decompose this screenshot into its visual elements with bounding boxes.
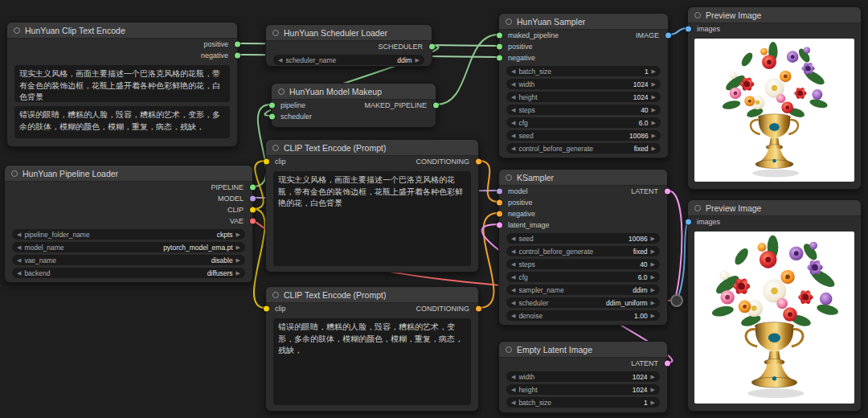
- widget-batch-size[interactable]: ◀ batch_size 1 ▶: [506, 397, 660, 408]
- decrement-arrow-icon[interactable]: ◀: [511, 94, 515, 100]
- collapsed-node[interactable]: [670, 294, 683, 307]
- node-hunyuan-clip-text-encode[interactable]: HunYuan Clip Text Encode positive negati…: [6, 22, 238, 147]
- widget-seed[interactable]: ◀ seed 10086 ▶: [506, 130, 661, 141]
- increment-arrow-icon[interactable]: ▶: [652, 120, 656, 125]
- widget-control-before-generate[interactable]: ◀ control_before_generate fixed ▶: [506, 246, 660, 256]
- decrement-arrow-icon[interactable]: ◀: [511, 68, 515, 74]
- negative-input-port[interactable]: [497, 211, 502, 217]
- pipeline-input-port[interactable]: [269, 103, 275, 109]
- widget-sampler-name[interactable]: ◀ sampler_name ddim ▶: [506, 285, 660, 295]
- increment-arrow-icon[interactable]: ▶: [652, 107, 656, 113]
- widget-cfg[interactable]: ◀ cfg 6.0 ▶: [506, 272, 660, 282]
- decrement-arrow-icon[interactable]: ◀: [511, 400, 515, 405]
- decrement-arrow-icon[interactable]: ◀: [511, 133, 515, 138]
- node-clip-text-encode-positive[interactable]: CLIP Text Encode (Prompt) clip CONDITION…: [265, 139, 479, 273]
- increment-arrow-icon[interactable]: ▶: [416, 57, 420, 63]
- increment-arrow-icon[interactable]: ▶: [652, 68, 656, 74]
- node-hunyuan-model-makeup[interactable]: HunYuan Model Makeup pipeline MAKED_PIPE…: [271, 83, 436, 128]
- widget-control-before-generate[interactable]: ◀ control_before_generate fixed ▶: [506, 143, 661, 154]
- widget-batch-size[interactable]: ◀ batch_size 1 ▶: [506, 66, 661, 76]
- model-input-port[interactable]: [497, 189, 502, 195]
- collapse-icon[interactable]: [272, 145, 279, 151]
- decrement-arrow-icon[interactable]: ◀: [511, 313, 515, 318]
- decrement-arrow-icon[interactable]: ◀: [511, 107, 515, 113]
- collapse-icon[interactable]: [278, 88, 285, 95]
- node-titlebar[interactable]: CLIP Text Encode (Prompt): [266, 287, 478, 303]
- widget-scheduler-name[interactable]: ◀ scheduler_name ddim ▶: [273, 55, 424, 65]
- node-titlebar[interactable]: HunYuan Pipeline Loader: [5, 166, 252, 182]
- node-titlebar[interactable]: HunYuan Sampler: [499, 14, 668, 30]
- widget-model-name[interactable]: ◀ model_name pytorch_model_ema.pt ▶: [12, 242, 245, 252]
- increment-arrow-icon[interactable]: ▶: [652, 81, 656, 87]
- widget-denoise[interactable]: ◀ denoise 1.00 ▶: [506, 310, 660, 321]
- node-clip-text-encode-negative[interactable]: CLIP Text Encode (Prompt) clip CONDITION…: [265, 286, 479, 412]
- node-titlebar[interactable]: KSampler: [499, 170, 667, 186]
- increment-arrow-icon[interactable]: ▶: [651, 287, 655, 293]
- increment-arrow-icon[interactable]: ▶: [651, 274, 655, 280]
- collapse-icon[interactable]: [11, 170, 18, 177]
- image-output-port[interactable]: [665, 33, 671, 39]
- increment-arrow-icon[interactable]: ▶: [651, 248, 655, 254]
- scheduler-input-port[interactable]: [269, 114, 275, 120]
- conditioning-output-port[interactable]: [476, 159, 481, 165]
- node-hunyuan-scheduler-loader[interactable]: HunYuan Scheduler Loader SCHEDULER ◀ sch…: [265, 24, 432, 67]
- decrement-arrow-icon[interactable]: ◀: [511, 287, 515, 293]
- decrement-arrow-icon[interactable]: ◀: [17, 244, 21, 250]
- widget-scheduler[interactable]: ◀ scheduler ddim_uniform ▶: [506, 297, 660, 308]
- node-preview-image-bottom[interactable]: Preview Image images: [687, 199, 862, 412]
- conditioning-output-port[interactable]: [476, 306, 481, 312]
- negative-output-port[interactable]: [235, 53, 240, 59]
- node-titlebar[interactable]: CLIP Text Encode (Prompt): [266, 140, 478, 156]
- decrement-arrow-icon[interactable]: ◀: [511, 81, 515, 87]
- node-titlebar[interactable]: HunYuan Scheduler Loader: [266, 25, 432, 41]
- prompt-textarea[interactable]: 现实主义风格，画面主要描述一个巴洛克风格的花瓶，带有金色的装饰边框，花瓶上盛开着…: [273, 171, 471, 266]
- decrement-arrow-icon[interactable]: ◀: [511, 387, 515, 392]
- widget-steps[interactable]: ◀ steps 40 ▶: [506, 259, 660, 269]
- clip-output-port[interactable]: [250, 207, 256, 213]
- positive-output-port[interactable]: [235, 42, 240, 47]
- negative-input-port[interactable]: [497, 55, 502, 61]
- decrement-arrow-icon[interactable]: ◀: [511, 374, 515, 379]
- increment-arrow-icon[interactable]: ▶: [651, 387, 655, 392]
- model-output-port[interactable]: [250, 196, 256, 202]
- decrement-arrow-icon[interactable]: ◀: [17, 232, 21, 237]
- collapse-icon[interactable]: [506, 174, 512, 181]
- increment-arrow-icon[interactable]: ▶: [651, 300, 655, 305]
- clip-input-port[interactable]: [264, 306, 269, 312]
- collapse-icon[interactable]: [506, 18, 512, 25]
- prompt-textarea[interactable]: 错误的眼睛，糟糕的人脸，毁容，糟糕的艺术，变形，多余的肢体，模糊的颜色，模糊，重…: [273, 318, 471, 405]
- latent-image-input-port[interactable]: [497, 223, 502, 228]
- positive-input-port[interactable]: [497, 44, 502, 50]
- node-titlebar[interactable]: HunYuan Clip Text Encode: [7, 23, 237, 39]
- clip-input-port[interactable]: [264, 159, 269, 165]
- decrement-arrow-icon[interactable]: ◀: [511, 248, 515, 254]
- increment-arrow-icon[interactable]: ▶: [236, 232, 240, 237]
- increment-arrow-icon[interactable]: ▶: [652, 133, 656, 138]
- latent-output-port[interactable]: [665, 361, 670, 367]
- increment-arrow-icon[interactable]: ▶: [651, 261, 655, 267]
- widget-cfg[interactable]: ◀ cfg 6.0 ▶: [506, 117, 661, 128]
- widget-width[interactable]: ◀ width 1024 ▶: [506, 371, 660, 382]
- decrement-arrow-icon[interactable]: ◀: [17, 270, 21, 276]
- widget-steps[interactable]: ◀ steps 40 ▶: [506, 104, 661, 115]
- decrement-arrow-icon[interactable]: ◀: [511, 236, 515, 241]
- node-titlebar[interactable]: Empty Latent Image: [499, 342, 667, 358]
- node-preview-image-top[interactable]: Preview Image images: [687, 6, 862, 190]
- positive-input-port[interactable]: [497, 200, 502, 206]
- widget-width[interactable]: ◀ width 1024 ▶: [506, 79, 661, 89]
- decrement-arrow-icon[interactable]: ◀: [511, 120, 515, 125]
- increment-arrow-icon[interactable]: ▶: [236, 244, 240, 250]
- collapse-icon[interactable]: [694, 12, 701, 18]
- widget-backend[interactable]: ◀ backend diffusers ▶: [12, 268, 245, 278]
- positive-prompt-textarea[interactable]: 现实主义风格，画面主要描述一个巴洛克风格的花瓶，带有金色的装饰边框，花瓶上盛开着…: [14, 65, 230, 102]
- increment-arrow-icon[interactable]: ▶: [651, 236, 655, 241]
- node-titlebar[interactable]: HunYuan Model Makeup: [272, 84, 436, 100]
- negative-prompt-textarea[interactable]: 错误的眼睛，糟糕的人脸，毁容，糟糕的艺术，变形，多余的肢体，模糊的颜色，模糊，重…: [14, 106, 230, 138]
- maked-pipeline-output-port[interactable]: [433, 103, 439, 109]
- node-hunyuan-sampler[interactable]: HunYuan Sampler maked_pipeline IMAGE pos…: [498, 13, 669, 158]
- increment-arrow-icon[interactable]: ▶: [236, 257, 240, 263]
- widget-pipeline-folder-name[interactable]: ◀ pipeline_folder_name ckpts ▶: [12, 229, 245, 240]
- increment-arrow-icon[interactable]: ▶: [651, 313, 655, 318]
- widget-vae-name[interactable]: ◀ vae_name disable ▶: [12, 255, 245, 265]
- widget-height[interactable]: ◀ height 1024 ▶: [506, 92, 661, 102]
